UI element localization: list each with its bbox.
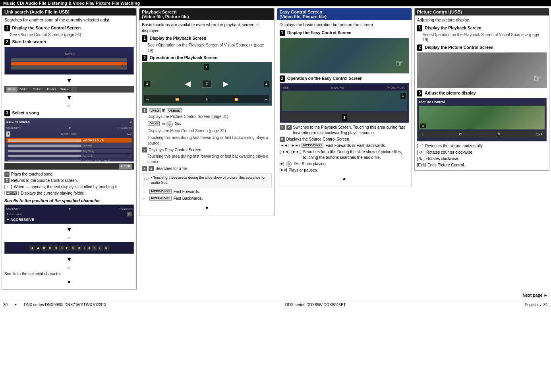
pc-step1-row: 1 Display the Playback Screen <box>417 25 547 31</box>
playback-title: Playback Screen <box>142 10 176 14</box>
ec-item-ff: [◄◄], [►►] MPEG/DivX® Fast Forwards or F… <box>280 143 409 149</box>
song-list-image: BS Link Search 2 0001/0044 ▶ P 0:03:24 1… <box>4 118 134 162</box>
pc-step3-row: 3 Adjust the picture display <box>417 90 547 97</box>
step1-title: Display the Source Control Screen <box>12 25 81 31</box>
step2-label: 2 <box>4 39 10 45</box>
step1-label: 1 <box>4 25 10 31</box>
legend-1: 1 Plays the touched song. <box>4 172 134 177</box>
ec-item-stop: [■] ⊙ Disc Stops playing. <box>280 161 409 167</box>
pb-step2-title: Operation on the Playback Screen <box>150 55 217 61</box>
link-search-title: Link search (Audio File in USB) <box>4 10 70 14</box>
playback-intro: Basic functions are available even when … <box>142 22 271 33</box>
cursor-hand-pc: ☞ <box>534 73 541 85</box>
bullet-dot2: ● <box>142 204 271 211</box>
hand-cursor: ☞ <box>4 103 134 109</box>
hand-cursor2: ☞ <box>4 235 134 241</box>
link-search-intro: Searches for another song of the current… <box>4 17 134 23</box>
cursor-hand-ec: ☞ <box>396 58 404 70</box>
tab-bar: Music Video Picture Folder Track ⋯ <box>4 86 134 93</box>
page-footer: 30 ● DNX series DNX9960/ DNX7160/ DNX702… <box>0 301 551 309</box>
step3-label: 3 <box>4 110 10 116</box>
pb-step2-label: 2 <box>142 55 147 61</box>
easy-control-header: Easy Control Screen (Video file, Picture… <box>277 8 412 20</box>
pc-step1-title: Display the Playback Screen <box>425 25 481 31</box>
ec-step2-label: 2 <box>280 75 285 82</box>
pc-step3-title: Adjust the picture display <box>425 90 476 96</box>
cursor-icon: ☞ <box>122 60 129 71</box>
italic-title: Scrolls to the position of the specified… <box>4 198 134 204</box>
col4-picture-control: Picture Control (USB) Adjusting the pict… <box>414 8 549 290</box>
pb-step2-row: 2 Operation on the Playback Screen <box>142 55 271 61</box>
start-link-search-image: Menu ☞ <box>4 47 134 75</box>
pb-item-divx: DivX® in ⊙ Disc <box>147 121 271 127</box>
pc-control-flip: [ ↕ ] Reverses the picture horizontally. <box>417 143 547 149</box>
down-arrow3: ▼ <box>4 225 134 234</box>
col1-link-search: Link search (Audio File in USB) Searches… <box>2 8 137 290</box>
page-title: Music CD/ Audio File Listening & Video F… <box>0 0 551 6</box>
easy-control-intro: Displays the basic operation buttons on … <box>280 22 409 28</box>
footer-center: DDX series DDX896/ DDX8046BT <box>285 303 346 307</box>
legend-cur: [ ■CUR ] Displays the currently playing … <box>4 191 134 196</box>
col2-playback: Playback Screen (Video file, Picture fil… <box>139 8 274 290</box>
footer-page-right: 31 <box>543 303 548 307</box>
pb-item-2: 2 Displays Easy Control Screen. <box>142 147 271 153</box>
legend: 1 Plays the touched song. 2 Returns to t… <box>4 172 134 196</box>
down-arrow: ▼ <box>4 76 134 85</box>
link-search-section: Link search (Audio File in USB) Searches… <box>2 8 137 290</box>
picture-control-intro: Adjusting the picture display. <box>417 17 547 23</box>
next-page-label: Next page ► <box>3 293 548 297</box>
hand-cursor3: ☞ <box>4 265 134 271</box>
easy-control-items: 1 2 Switches to the Playback Screen. Tou… <box>280 125 409 173</box>
disc-icon2: ⊙ <box>286 161 292 167</box>
easy-control-title: Easy Control Screen <box>280 10 323 14</box>
scroll-note: Scrolls to the selected character. <box>4 271 134 277</box>
playback-diagram: ◄ 2 ► 1 3 4 ⏮ ⏪ ⏸ ⏩ <box>142 62 271 106</box>
link-search-header: Link search (Audio File in USB) <box>2 8 136 15</box>
ec-item-play: [►II] Plays or pauses. <box>280 168 409 173</box>
pc-step1-desc: See <Operation on the Playback Screen of… <box>423 32 547 43</box>
step3-title: Select a song <box>12 110 39 116</box>
footer-series-center: DDX series DDX896/ DDX8046BT <box>285 303 346 307</box>
pc-step1-label: 1 <box>417 25 423 31</box>
picture-adjust-diagram: Picture Control ⊙ ↕ ↺ ↻ Exit <box>417 98 547 141</box>
down-arrow2: ▼ <box>4 93 134 102</box>
step3-row: 3 Select a song <box>4 110 134 116</box>
footer-right: English ● 31 <box>525 303 548 307</box>
playback-header: Playback Screen (Video file, Picture fil… <box>139 8 274 20</box>
cur-bar: ■ CUR <box>4 163 134 170</box>
disc-icon: ⊙ <box>166 121 173 127</box>
easy-control-subtitle: (Video file, Picture file) <box>280 14 327 19</box>
footer-lang: English <box>525 303 538 307</box>
pc-step2-label: 2 <box>417 44 423 51</box>
cursor-icon2: ☞ <box>125 151 130 159</box>
pb-item-fb: ← MPEG/DivX® Fast Backwards. <box>142 196 271 202</box>
pb-item-1: 1 JPEG in USB/SD <box>142 108 271 113</box>
footer-page-left: 30 <box>3 303 8 307</box>
ec-item-12: 1 2 Switches to the Playback Screen. Tou… <box>280 125 409 136</box>
easy-control-section: Easy Control Screen (Video file, Picture… <box>277 8 412 187</box>
step1-desc: See <Source Control Screen> (page 26). <box>10 32 134 38</box>
footer-series-left: DNX series DNX9960/ DNX7160/ DNX7020EX <box>24 303 106 307</box>
picture-control-header: Picture Control (USB) <box>415 8 549 15</box>
picture-control-section: Picture Control (USB) Adjusting the pict… <box>414 8 549 171</box>
ec-step1-row: 1 Display the Easy Control Screen <box>280 30 409 36</box>
alphabet-scroll: ◄ A B C D E F G H I J K L ► <box>4 242 134 254</box>
pb-step1-label: 1 <box>142 35 147 42</box>
col3-easy-control: Easy Control Screen (Video file, Picture… <box>277 8 412 290</box>
picture-control-screen-image: ☞ <box>417 52 547 88</box>
diagram-num4: 4 <box>264 81 269 87</box>
playback-items: 1 JPEG in USB/SD Displays the Picture Co… <box>142 108 271 202</box>
easy-control-screen-image: ☞ <box>280 38 409 73</box>
diagram-num1: 1 <box>204 64 209 70</box>
step1-row: 1 Display the Source Control Screen <box>4 25 134 31</box>
pc-step2-title: Display the Picture Control Screen <box>425 44 493 50</box>
step2-row: 2 Start Link search <box>4 39 134 45</box>
legend-2: 2 Returns to the Source Control screen. <box>4 178 134 183</box>
ec-step2-row: 2 Operation on the Easy Control Screen <box>280 75 409 82</box>
pb-item-ff: → MPEG/DivX® Fast Forwards. <box>142 189 271 195</box>
page-header: Music CD/ Audio File Listening & Video F… <box>0 0 551 6</box>
bullet-dot3: ● <box>280 176 409 183</box>
ec-step1-title: Display the Easy Control Screen <box>287 30 352 36</box>
pc-control-ccw: [ ↺ ] Rotates counter clockwise. <box>417 150 547 155</box>
ec-item-3: 3 Displays the Source Control Screen. <box>280 137 409 142</box>
